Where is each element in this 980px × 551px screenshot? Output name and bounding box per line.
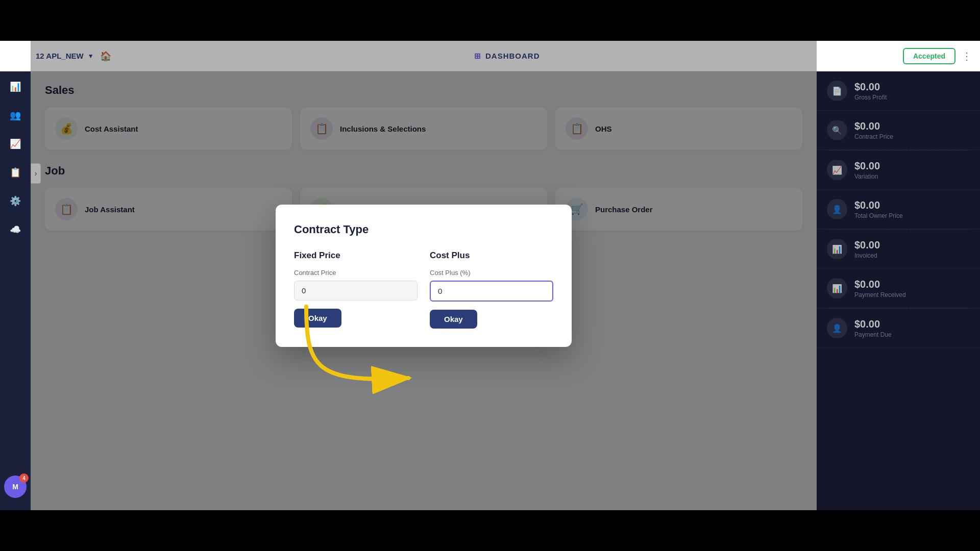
cost-plus-title: Cost Plus [430, 251, 553, 261]
contract-type-modal: Contract Type Fixed Price Contract Price… [276, 205, 572, 347]
variation-label: Variation [854, 173, 880, 180]
payment-due-amount: $0.00 [854, 318, 892, 330]
variation-stat: 📈 $0.00 Variation [817, 151, 980, 190]
invoiced-icon: 📊 [827, 239, 847, 259]
modal-title: Contract Type [294, 223, 553, 236]
accepted-button[interactable]: Accepted [903, 48, 955, 64]
invoiced-amount: $0.00 [854, 239, 880, 251]
contract-price-icon: 🔍 [827, 120, 847, 140]
cost-plus-input[interactable] [430, 281, 553, 302]
total-owner-amount: $0.00 [854, 199, 903, 211]
total-owner-icon: 👤 [827, 199, 847, 219]
notification-badge: 4 [19, 473, 29, 483]
gross-profit-label: Gross Profit [854, 94, 887, 101]
variation-icon: 📈 [827, 160, 847, 180]
modal-overlay: Contract Type Fixed Price Contract Price… [31, 41, 817, 510]
sidebar-item-analytics[interactable]: 📊 [6, 78, 24, 96]
modal-columns: Fixed Price Contract Price 0 Okay Cost P… [294, 251, 553, 329]
fixed-price-title: Fixed Price [294, 251, 418, 261]
payment-due-stat: 👤 $0.00 Payment Due [817, 309, 980, 348]
total-owner-label: Total Owner Price [854, 212, 903, 219]
fixed-price-value: 0 [294, 281, 418, 300]
sidebar-item-cloud[interactable]: ☁️ [6, 220, 24, 239]
payment-received-amount: $0.00 [854, 279, 906, 290]
contract-price-label: Contract Price [854, 133, 893, 140]
payment-received-label: Payment Received [854, 291, 906, 298]
cost-plus-col: Cost Plus Cost Plus (%) Okay [430, 251, 553, 329]
payment-due-label: Payment Due [854, 331, 892, 338]
cost-plus-field-label: Cost Plus (%) [430, 269, 553, 277]
payment-received-stat: 📊 $0.00 Payment Received [817, 269, 980, 308]
fixed-price-okay-button[interactable]: Okay [294, 309, 341, 328]
variation-amount: $0.00 [854, 160, 880, 172]
sidebar-item-documents[interactable]: 📋 [6, 163, 24, 182]
contract-price-stat: 🔍 $0.00 Contract Price [817, 111, 980, 150]
fixed-price-field-label: Contract Price [294, 269, 418, 277]
gross-profit-stat: 📄 $0.00 Gross Profit [817, 71, 980, 111]
invoiced-stat: 📊 $0.00 Invoiced [817, 230, 980, 269]
invoiced-label: Invoiced [854, 252, 880, 259]
sidebar-item-reports[interactable]: 📈 [6, 135, 24, 153]
payment-received-icon: 📊 [827, 278, 847, 298]
fixed-price-col: Fixed Price Contract Price 0 Okay [294, 251, 418, 329]
user-avatar[interactable]: M 4 [4, 475, 27, 498]
sidebar-item-users[interactable]: 👥 [6, 106, 24, 124]
cost-plus-okay-button[interactable]: Okay [430, 310, 477, 329]
payment-due-icon: 👤 [827, 318, 847, 338]
contract-price-amount: $0.00 [854, 120, 893, 132]
more-options-icon[interactable]: ⋮ [962, 50, 972, 62]
sidebar: M 📊 👥 📈 📋 ⚙️ ☁️ M 4 [0, 41, 31, 510]
sidebar-item-settings[interactable]: ⚙️ [6, 192, 24, 210]
gross-profit-icon: 📄 [827, 81, 847, 101]
gross-profit-amount: $0.00 [854, 81, 887, 93]
header-right: Accepted ⋮ [903, 48, 972, 64]
total-owner-stat: 👤 $0.00 Total Owner Price [817, 190, 980, 229]
